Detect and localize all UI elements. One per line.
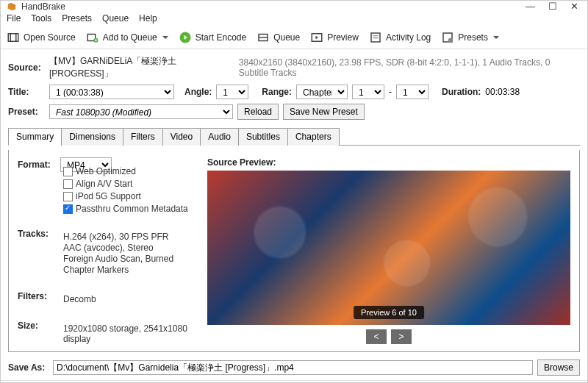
maximize-button[interactable]: ☐ <box>548 1 557 12</box>
menu-file[interactable]: File <box>7 13 21 24</box>
range-from-select[interactable]: 1 <box>352 85 384 99</box>
status-bar: Ready When Done: Do nothing <box>1 380 587 383</box>
track-info: Chapter Markers <box>63 265 194 275</box>
duration-label: Duration: <box>442 87 481 97</box>
preview-icon <box>310 31 323 44</box>
save-as-row: Save As: Browse <box>1 355 587 380</box>
toolbar: Open Source Add to Queue Start Encode Qu… <box>1 26 587 49</box>
svg-rect-9 <box>371 33 380 42</box>
title-row: Title: 1 (00:03:38) Angle: 1 Range: Chap… <box>8 85 580 99</box>
format-label: Format: <box>18 160 60 170</box>
reload-button[interactable]: Reload <box>237 104 279 120</box>
queue-icon <box>257 31 270 44</box>
source-info: 3840x2160 (3840x2160), 23.98 FPS, SDR (8… <box>239 57 580 78</box>
play-icon <box>179 31 192 44</box>
summary-panel: Format: MP4 Web Optimized Align A/V Star… <box>8 150 580 352</box>
preview-button[interactable]: Preview <box>310 31 359 44</box>
menu-tools[interactable]: Tools <box>31 13 51 24</box>
preview-prev-button[interactable]: < <box>366 329 387 344</box>
checkbox-web-optimized[interactable]: Web Optimized <box>63 166 194 176</box>
tracks-label: Tracks: <box>18 229 60 239</box>
browse-button[interactable]: Browse <box>537 359 580 376</box>
presets-icon <box>441 31 454 44</box>
tab-video[interactable]: Video <box>162 128 201 146</box>
save-as-input[interactable] <box>53 360 533 375</box>
range-to-select[interactable]: 1 <box>396 85 429 99</box>
source-preview-image: Preview 6 of 10 <box>207 171 570 325</box>
tab-strip: Summary Dimensions Filters Video Audio S… <box>8 127 580 146</box>
app-icon <box>7 1 17 12</box>
svg-point-13 <box>448 38 453 43</box>
menu-presets[interactable]: Presets <box>62 13 92 24</box>
film-icon <box>7 31 20 44</box>
save-new-preset-button[interactable]: Save New Preset <box>283 104 365 120</box>
angle-label: Angle: <box>184 87 212 97</box>
source-preview-label: Source Preview: <box>207 157 570 168</box>
svg-rect-0 <box>8 34 18 42</box>
tab-summary[interactable]: Summary <box>8 128 62 146</box>
queue-add-icon <box>86 31 99 44</box>
menu-help[interactable]: Help <box>139 13 157 24</box>
menubar: File Tools Presets Queue Help <box>1 12 587 26</box>
track-info: H.264 (x264), 30 FPS PFR <box>63 232 194 242</box>
checkbox-passthru-metadata[interactable]: Passthru Common Metadata <box>63 204 194 214</box>
preview-caption: Preview 6 of 10 <box>354 306 424 319</box>
size-value: 1920x1080 storage, 2541x1080 display <box>63 323 194 344</box>
range-label: Range: <box>262 87 292 97</box>
save-as-label: Save As: <box>8 362 49 373</box>
range-sep: - <box>389 87 392 97</box>
minimize-button[interactable]: — <box>526 1 535 12</box>
tab-filters[interactable]: Filters <box>123 128 163 146</box>
duration-value: 00:03:38 <box>485 87 520 97</box>
activity-log-button[interactable]: Activity Log <box>369 31 431 44</box>
track-info: AAC (avcodec), Stereo <box>63 243 194 253</box>
tab-chapters[interactable]: Chapters <box>287 128 340 146</box>
close-button[interactable]: ✕ <box>570 1 578 12</box>
tab-subtitles[interactable]: Subtitles <box>238 128 288 146</box>
angle-select[interactable]: 1 <box>216 85 248 99</box>
add-to-queue-button[interactable]: Add to Queue <box>86 31 168 44</box>
menu-queue[interactable]: Queue <box>102 13 129 24</box>
size-label: Size: <box>18 321 60 331</box>
range-type-select[interactable]: Chapters <box>296 85 348 99</box>
source-row: Source: 【MV】GARNiDELiA「極楽浄土 [PROGRESS]」 … <box>8 55 580 80</box>
preview-next-button[interactable]: > <box>391 329 412 344</box>
title-select[interactable]: 1 (00:03:38) <box>49 85 174 99</box>
source-label: Source: <box>8 62 45 73</box>
tab-audio[interactable]: Audio <box>200 128 239 146</box>
start-encode-button[interactable]: Start Encode <box>179 31 246 44</box>
queue-button[interactable]: Queue <box>257 31 300 44</box>
source-name: 【MV】GARNiDELiA「極楽浄土 [PROGRESS]」 <box>49 55 227 80</box>
checkbox-ipod-5g[interactable]: iPod 5G Support <box>63 191 194 201</box>
presets-button[interactable]: Presets <box>441 31 499 44</box>
preset-label: Preset: <box>8 107 45 117</box>
window-title: HandBrake <box>21 1 526 12</box>
tab-dimensions[interactable]: Dimensions <box>61 128 123 146</box>
chevron-down-icon <box>493 36 499 39</box>
filters-value: Decomb <box>63 294 194 304</box>
title-label: Title: <box>8 87 45 97</box>
log-icon <box>369 31 382 44</box>
preset-select[interactable]: Fast 1080p30 (Modified) <box>49 104 233 119</box>
track-info: Foreign Audio Scan, Burned <box>63 254 194 264</box>
preset-row: Preset: Fast 1080p30 (Modified) Reload S… <box>8 104 580 120</box>
checkbox-align-av[interactable]: Align A/V Start <box>63 179 194 189</box>
chevron-down-icon <box>162 36 168 39</box>
filters-label: Filters: <box>18 291 60 301</box>
open-source-button[interactable]: Open Source <box>7 31 76 44</box>
